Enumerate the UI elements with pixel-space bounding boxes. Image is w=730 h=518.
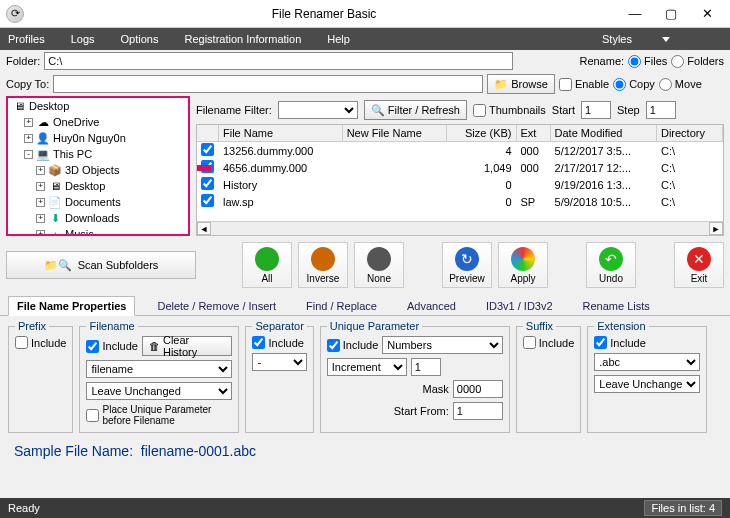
- expand-icon[interactable]: +: [36, 214, 45, 223]
- check-enable[interactable]: Enable: [559, 78, 609, 91]
- row-check[interactable]: [201, 143, 214, 156]
- folder-tree[interactable]: 🖥Desktop +☁OneDrive +👤Huy0n Nguy0n -💻Thi…: [6, 96, 190, 236]
- table-row[interactable]: law.sp 0 SP 5/9/2018 10:5... C:\: [197, 193, 723, 210]
- col-filename[interactable]: File Name: [219, 125, 343, 142]
- cell-filename: 4656.dummy.000: [219, 159, 343, 176]
- tree-item[interactable]: +📦3D Objects: [36, 162, 188, 178]
- cell-filename: History: [219, 176, 343, 193]
- tab-rename-lists[interactable]: Rename Lists: [575, 297, 658, 315]
- table-row[interactable]: 4656.dummy.000 1,049 000 2/17/2017 12:..…: [197, 159, 723, 176]
- menu-logs[interactable]: Logs: [71, 33, 95, 45]
- filename-select[interactable]: filename: [86, 360, 232, 378]
- separator-select[interactable]: -: [252, 353, 306, 371]
- tree-item[interactable]: +♪Music: [36, 226, 188, 236]
- mask-input[interactable]: [453, 380, 503, 398]
- folder-input[interactable]: [44, 52, 513, 70]
- check-thumbnails[interactable]: Thumbnails: [473, 104, 546, 117]
- radio-copy[interactable]: Copy: [613, 78, 655, 91]
- preview-button[interactable]: ↻Preview: [442, 242, 492, 288]
- status-filecount: Files in list: 4: [644, 500, 722, 516]
- tab-id3[interactable]: ID3v1 / ID3v2: [478, 297, 561, 315]
- col-size[interactable]: Size (KB): [447, 125, 516, 142]
- group-separator: Separator Include -: [245, 320, 313, 433]
- expand-icon[interactable]: +: [36, 198, 45, 207]
- expand-icon[interactable]: +: [36, 166, 45, 175]
- col-check[interactable]: [197, 125, 219, 142]
- menu-registration[interactable]: Registration Information: [184, 33, 301, 45]
- undo-button[interactable]: ↶Undo: [586, 242, 636, 288]
- radio-move[interactable]: Move: [659, 78, 702, 91]
- tab-filename-props[interactable]: File Name Properties: [8, 296, 135, 316]
- tree-item[interactable]: -💻This PC: [24, 146, 188, 162]
- expand-icon[interactable]: +: [24, 118, 33, 127]
- close-button[interactable]: ✕: [696, 5, 718, 23]
- extension-select[interactable]: .abc: [594, 353, 700, 371]
- browse-button[interactable]: 📁Browse: [487, 74, 555, 94]
- menu-help[interactable]: Help: [327, 33, 350, 45]
- clear-history-button[interactable]: 🗑Clear History: [142, 336, 233, 356]
- hscrollbar[interactable]: ◄►: [197, 221, 723, 235]
- apply-button[interactable]: Apply: [498, 242, 548, 288]
- start-spinner[interactable]: [581, 101, 611, 119]
- tab-delete[interactable]: Delete / Remove / Insert: [149, 297, 284, 315]
- none-button[interactable]: None: [354, 242, 404, 288]
- scroll-left-icon[interactable]: ◄: [197, 222, 211, 235]
- step-spinner[interactable]: [646, 101, 676, 119]
- row-check[interactable]: [201, 194, 214, 207]
- cell-date: 2/17/2017 12:...: [550, 159, 656, 176]
- filter-refresh-button[interactable]: 🔍Filter / Refresh: [364, 100, 467, 120]
- radio-files[interactable]: Files: [628, 55, 667, 68]
- row-check[interactable]: [201, 177, 214, 190]
- col-date[interactable]: Date Modified: [550, 125, 656, 142]
- tree-item[interactable]: +⬇Downloads: [36, 210, 188, 226]
- table-row[interactable]: 13256.dummy.000 4 000 5/12/2017 3:5... C…: [197, 142, 723, 160]
- menu-profiles[interactable]: Profiles: [8, 33, 45, 45]
- tab-find[interactable]: Find / Replace: [298, 297, 385, 315]
- scan-subfolders-button[interactable]: 📁🔍 Scan Subfolders: [6, 251, 196, 279]
- check-ext-include[interactable]: Include: [594, 336, 700, 349]
- maximize-button[interactable]: ▢: [660, 5, 682, 23]
- check-prefix-include[interactable]: Include: [15, 336, 66, 349]
- increment-select[interactable]: Increment: [327, 358, 407, 376]
- filter-select[interactable]: [278, 101, 358, 119]
- app-icon: ⟳: [6, 5, 24, 23]
- minimize-button[interactable]: —: [624, 5, 646, 23]
- unique-type-select[interactable]: Numbers: [382, 336, 503, 354]
- check-suffix-include[interactable]: Include: [523, 336, 574, 349]
- all-button[interactable]: All: [242, 242, 292, 288]
- tree-item[interactable]: +🖥Desktop: [36, 178, 188, 194]
- tree-item[interactable]: +📄Documents: [36, 194, 188, 210]
- expand-icon[interactable]: +: [36, 182, 45, 191]
- check-unique-include[interactable]: Include: [327, 339, 378, 352]
- startfrom-input[interactable]: [453, 402, 503, 420]
- check-place-unique[interactable]: Place Unique Parameter before Filename: [86, 404, 232, 426]
- filename-case-select[interactable]: Leave Unchanged: [86, 382, 232, 400]
- collapse-icon[interactable]: -: [24, 150, 33, 159]
- menu-styles[interactable]: Styles: [602, 33, 696, 45]
- tree-item[interactable]: +👤Huy0n Nguy0n: [24, 130, 188, 146]
- inverse-button[interactable]: Inverse: [298, 242, 348, 288]
- exit-button[interactable]: ✕Exit: [674, 242, 724, 288]
- radio-folders[interactable]: Folders: [671, 55, 724, 68]
- expand-icon[interactable]: +: [24, 134, 33, 143]
- group-unique: Unique Parameter Include Numbers Increme…: [320, 320, 510, 433]
- copyto-input[interactable]: [53, 75, 483, 93]
- tree-item[interactable]: +☁OneDrive: [24, 114, 188, 130]
- scroll-right-icon[interactable]: ►: [709, 222, 723, 235]
- start-label: Start: [552, 104, 575, 116]
- expand-icon[interactable]: +: [36, 230, 45, 237]
- tab-advanced[interactable]: Advanced: [399, 297, 464, 315]
- cell-date: 5/9/2018 10:5...: [550, 193, 656, 210]
- extension-case-select[interactable]: Leave Unchanged: [594, 375, 700, 393]
- menu-options[interactable]: Options: [121, 33, 159, 45]
- increment-value[interactable]: [411, 358, 441, 376]
- table-row[interactable]: History 0 9/19/2016 1:3... C:\: [197, 176, 723, 193]
- check-filename-include[interactable]: Include: [86, 340, 137, 353]
- col-dir[interactable]: Directory: [656, 125, 722, 142]
- tab-bar: File Name Properties Delete / Remove / I…: [0, 294, 730, 316]
- col-ext[interactable]: Ext: [516, 125, 550, 142]
- file-table[interactable]: File Name New File Name Size (KB) Ext Da…: [196, 124, 724, 236]
- copyto-label: Copy To:: [6, 78, 49, 90]
- check-sep-include[interactable]: Include: [252, 336, 306, 349]
- col-newname[interactable]: New File Name: [342, 125, 447, 142]
